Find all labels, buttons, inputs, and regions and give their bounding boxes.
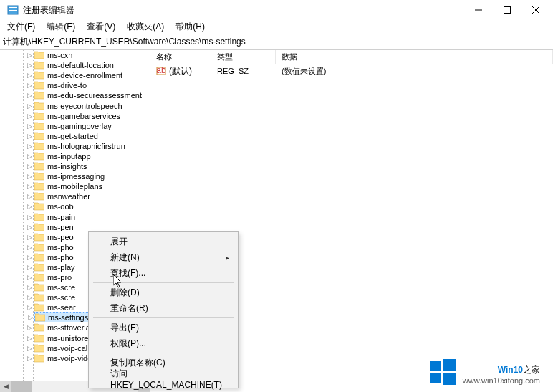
folder-icon [35, 313, 45, 322]
folder-icon [34, 263, 44, 272]
menu-view[interactable]: 查看(V) [81, 19, 121, 34]
tree-item[interactable]: ▷ms-default-location [34, 60, 150, 70]
svg-rect-2 [9, 9, 17, 9]
svg-rect-1 [9, 7, 17, 8]
tree-item[interactable]: ▷msnweather [34, 191, 150, 201]
expander-icon[interactable]: ▷ [26, 193, 33, 200]
tree-item[interactable]: ▷ms-inputapp [34, 151, 150, 161]
tree-item[interactable]: ▷ms-eyecontrolspeech [34, 100, 150, 110]
expander-icon[interactable]: ▷ [26, 173, 33, 180]
menu-edit[interactable]: 编辑(E) [41, 19, 81, 34]
context-new[interactable]: 新建(N) [90, 249, 236, 265]
folder-icon [34, 142, 44, 150]
close-button[interactable] [521, 0, 550, 20]
expander-icon[interactable]: ▷ [26, 113, 33, 120]
tree-item[interactable]: ▷ms-ipmessaging [34, 171, 150, 181]
separator [93, 317, 234, 318]
expander-icon[interactable]: ▷ [26, 274, 33, 281]
folder-icon [34, 71, 44, 80]
tree-item[interactable]: ▷ms-cxh [34, 50, 150, 60]
expander-icon[interactable]: ▷ [26, 153, 33, 160]
folder-icon [34, 152, 44, 161]
expander-icon[interactable]: ▷ [26, 102, 33, 110]
tree-item[interactable]: ▷ms-pen [34, 222, 150, 232]
context-rename[interactable]: 重命名(R) [90, 300, 236, 316]
expander-icon[interactable]: ▷ [26, 345, 33, 352]
expander-icon[interactable]: ▷ [26, 143, 33, 150]
minimize-button[interactable] [464, 0, 493, 20]
expander-icon[interactable]: ▷ [26, 214, 33, 221]
tree-item[interactable]: ▷ms-oob [34, 201, 150, 211]
context-expand[interactable]: 展开 [90, 234, 236, 249]
expander-icon[interactable]: ▷ [26, 183, 33, 190]
context-permissions[interactable]: 权限(P)... [90, 335, 236, 351]
expander-icon[interactable]: ▷ [26, 254, 33, 261]
menu-file[interactable]: 文件(F) [1, 19, 41, 34]
tree-item[interactable]: ▷ms-device-enrollment [34, 70, 150, 80]
expander-icon[interactable]: ▷ [26, 234, 33, 241]
list-row[interactable]: ab (默认) REG_SZ (数值未设置) [150, 64, 553, 77]
expander-icon[interactable]: ▷ [26, 52, 33, 59]
maximize-button[interactable] [493, 0, 521, 20]
tree-item-label: ms-insights [47, 162, 87, 171]
tree-item-label: ms-ipmessaging [47, 172, 105, 181]
value-data: (数值未设置) [276, 66, 553, 77]
expander-icon[interactable]: ▷ [26, 324, 33, 331]
expander-icon[interactable]: ▷ [26, 92, 33, 99]
menu-help[interactable]: 帮助(H) [170, 19, 211, 34]
expander-icon[interactable]: ▷ [27, 314, 34, 321]
separator [93, 282, 234, 283]
tree-item[interactable]: ▷ms-get-started [34, 131, 150, 141]
expander-icon[interactable]: ▷ [26, 72, 33, 79]
column-header-name[interactable]: 名称 [150, 50, 211, 64]
expander-icon[interactable]: ▷ [26, 123, 33, 130]
expander-icon[interactable]: ▷ [26, 335, 33, 342]
tree-item[interactable]: ▷ms-drive-to [34, 80, 150, 90]
expander-icon[interactable]: ▷ [26, 294, 33, 301]
tree-item[interactable]: ▷ms-mobileplans [34, 181, 150, 191]
value-type: REG_SZ [211, 67, 276, 75]
tree-item-label: ms-peo [47, 233, 74, 242]
tree-item[interactable]: ▷ms-edu-secureassessment [34, 90, 150, 100]
folder-icon [34, 303, 44, 312]
context-export[interactable]: 导出(E) [90, 320, 236, 335]
context-delete[interactable]: 删除(D) [90, 285, 236, 300]
tree-item-label: ms-pen [47, 223, 74, 231]
tree-item[interactable]: ▷ms-pain [34, 212, 150, 222]
expander-icon[interactable]: ▷ [26, 133, 33, 140]
tree-item-label: msnweather [47, 192, 90, 201]
context-find[interactable]: 查找(F)... [90, 265, 236, 281]
expander-icon[interactable]: ▷ [26, 244, 33, 251]
context-goto-hklm[interactable]: 访问 HKEY_LOCAL_MACHINE(T) [90, 371, 236, 386]
scroll-thumb[interactable] [11, 381, 32, 392]
folder-icon [34, 273, 44, 282]
expander-icon[interactable]: ▷ [26, 82, 33, 89]
expander-icon[interactable]: ▷ [26, 203, 33, 210]
expander-icon[interactable]: ▷ [26, 224, 33, 231]
tree-item[interactable]: ▷ms-gamingoverlay [34, 121, 150, 131]
folder-icon [34, 334, 44, 343]
tree-item[interactable]: ▷ms-gamebarservices [34, 111, 150, 121]
folder-icon [34, 162, 44, 171]
scroll-left-button[interactable]: ◀ [0, 381, 11, 392]
tree-item-label: ms-scre [47, 283, 75, 292]
menu-favorites[interactable]: 收藏夹(A) [121, 19, 170, 34]
menu-bar: 文件(F) 编辑(E) 查看(V) 收藏夹(A) 帮助(H) [0, 20, 553, 34]
tree-item[interactable]: ▷ms-holographicfirstrun [34, 141, 150, 151]
address-bar[interactable]: 计算机\HKEY_CURRENT_USER\Software\Classes\m… [0, 34, 553, 50]
expander-icon[interactable]: ▷ [26, 264, 33, 271]
column-header-data[interactable]: 数据 [276, 50, 553, 64]
tree-item-label: ms-gamingoverlay [47, 122, 112, 130]
expander-icon[interactable]: ▷ [26, 355, 33, 362]
tree-item-label: ms-settings [48, 313, 88, 322]
folder-icon [34, 243, 44, 252]
expander-icon[interactable]: ▷ [26, 62, 33, 69]
context-menu: 展开 新建(N) 查找(F)... 删除(D) 重命名(R) 导出(E) 权限(… [88, 231, 239, 388]
folder-icon [34, 132, 44, 140]
expander-icon[interactable]: ▷ [26, 163, 33, 170]
column-header-type[interactable]: 类型 [211, 50, 276, 64]
expander-icon[interactable]: ▷ [26, 284, 33, 291]
watermark-brand: Win10之家 [498, 360, 540, 376]
expander-icon[interactable]: ▷ [26, 304, 33, 311]
tree-item[interactable]: ▷ms-insights [34, 161, 150, 171]
